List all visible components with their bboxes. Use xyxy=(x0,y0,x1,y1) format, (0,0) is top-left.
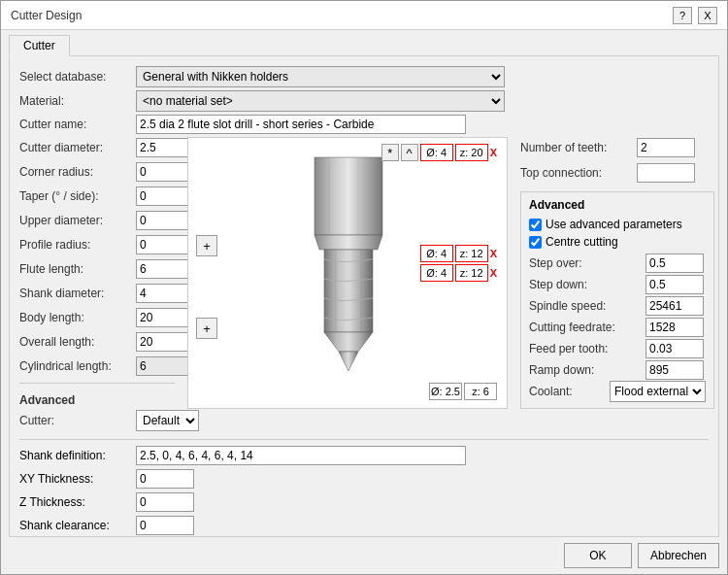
z-thickness-row: Z Thickness: xyxy=(19,492,709,512)
field-overall-length: Overall length: xyxy=(19,331,175,353)
asterisk-btn[interactable]: * xyxy=(381,144,399,161)
title-bar: Cutter Design ? X xyxy=(1,1,727,30)
up-btn[interactable]: ^ xyxy=(401,144,418,161)
num-teeth-input[interactable] xyxy=(637,138,695,157)
step-over-label: Step over: xyxy=(529,256,645,270)
field-profile-radius: Profile radius: xyxy=(19,234,175,255)
mid-dia1-field[interactable]: Ø: 4 xyxy=(420,245,453,262)
mid-x2-btn[interactable]: X xyxy=(490,267,497,279)
cutting-feedrate-label: Cutting feedrate: xyxy=(529,321,645,334)
add-segment-top[interactable]: + xyxy=(196,235,217,256)
centre-cutting-checkbox[interactable] xyxy=(529,236,542,249)
z-thickness-label: Z Thickness: xyxy=(19,495,136,509)
spindle-speed-input[interactable] xyxy=(645,296,704,316)
spindle-speed-row: Spindle speed: xyxy=(529,295,706,317)
cutter-diameter-label: Cutter diameter: xyxy=(19,141,136,154)
ok-button[interactable]: OK xyxy=(564,543,632,568)
z-thickness-input[interactable] xyxy=(136,492,194,512)
add-seg-btn-top: + xyxy=(196,235,217,256)
top-seg-controls: * ^ Ø: 4 z: 20 X xyxy=(381,144,497,161)
tab-cutter[interactable]: Cutter xyxy=(9,35,70,56)
field-corner-radius: Corner radius: xyxy=(19,161,175,183)
top-connection-label: Top connection: xyxy=(520,166,637,180)
coolant-label: Coolant: xyxy=(529,385,610,398)
centre-cutting-row: Centre cutting xyxy=(529,235,706,249)
top-connection-input[interactable] xyxy=(637,163,695,183)
coolant-select[interactable]: Flood external None Flood Mist Air blast xyxy=(610,381,706,402)
top-z-field[interactable]: z: 20 xyxy=(455,144,488,161)
ramp-down-input[interactable] xyxy=(645,360,704,380)
use-advanced-label: Use advanced parameters xyxy=(546,218,682,231)
dialog-title: Cutter Design xyxy=(11,9,82,22)
field-shank-diameter: Shank diameter: xyxy=(19,283,175,304)
num-teeth-label: Number of teeth: xyxy=(520,141,637,154)
mid-z2-field[interactable]: z: 12 xyxy=(455,264,488,282)
close-button[interactable]: X xyxy=(698,7,717,24)
left-panel: Cutter diameter: Corner radius: Taper (°… xyxy=(19,137,175,431)
flute-length-label: Flute length: xyxy=(19,262,136,276)
top-x-btn[interactable]: X xyxy=(490,147,497,158)
bot-seg-controls: Ø: 2.5 z: 6 xyxy=(429,383,497,400)
bottom-section: Shank definition: XY Thickness: Z Thickn… xyxy=(19,439,709,537)
ramp-down-row: Ramp down: xyxy=(529,359,706,381)
add-segment-mid[interactable]: + xyxy=(196,318,217,339)
mid-dia2-field[interactable]: Ø: 4 xyxy=(420,264,453,282)
svg-rect-1 xyxy=(314,157,382,235)
step-down-label: Step down: xyxy=(529,278,645,291)
main-section: Cutter diameter: Corner radius: Taper (°… xyxy=(19,137,709,431)
add-seg-btn-mid: + xyxy=(196,318,217,339)
field-cutter-diameter: Cutter diameter: xyxy=(19,137,175,158)
mid-x1-btn[interactable]: X xyxy=(490,248,497,259)
shank-diameter-label: Shank diameter: xyxy=(19,287,136,300)
cutting-feedrate-input[interactable] xyxy=(645,318,704,337)
step-down-input[interactable] xyxy=(645,275,704,294)
feed-per-tooth-input[interactable] xyxy=(645,339,704,358)
help-button[interactable]: ? xyxy=(673,7,692,24)
center-panel: * ^ Ø: 4 z: 20 X + xyxy=(182,137,513,431)
top-connection-row: Top connection: xyxy=(520,162,714,184)
cutter-canvas: * ^ Ø: 4 z: 20 X + xyxy=(187,137,508,409)
title-bar-buttons: ? X xyxy=(673,7,717,24)
content-area: Select database: General with Nikken hol… xyxy=(9,55,719,537)
step-over-input[interactable] xyxy=(645,254,704,273)
cylindrical-length-label: Cylindrical length: xyxy=(19,359,136,373)
use-advanced-checkbox[interactable] xyxy=(529,219,542,231)
xy-thickness-row: XY Thickness: xyxy=(19,469,709,489)
shank-def-label: Shank definition: xyxy=(19,449,136,462)
db-label: Select database: xyxy=(19,70,136,84)
mid-seg-controls: Ø: 4 z: 12 X Ø: 4 z: 1 xyxy=(420,245,497,282)
num-teeth-row: Number of teeth: xyxy=(520,137,714,158)
profile-radius-label: Profile radius: xyxy=(19,238,136,252)
db-select[interactable]: General with Nikken holders xyxy=(136,66,505,87)
shank-clearance-input[interactable] xyxy=(136,516,194,535)
feed-per-tooth-label: Feed per tooth: xyxy=(529,342,645,355)
field-taper: Taper (° / side): xyxy=(19,186,175,207)
use-advanced-row: Use advanced parameters xyxy=(529,218,706,231)
shank-clearance-label: Shank clearance: xyxy=(19,519,136,532)
mid-z1-field[interactable]: z: 12 xyxy=(455,245,488,262)
advanced-cutter-section: Advanced xyxy=(19,393,175,407)
field-flute-length: Flute length: xyxy=(19,258,175,280)
corner-radius-label: Corner radius: xyxy=(19,165,136,179)
shank-def-input[interactable] xyxy=(136,446,466,465)
cutter-design-dialog: Cutter Design ? X Cutter Select database… xyxy=(0,0,728,575)
xy-thickness-label: XY Thickness: xyxy=(19,472,136,486)
bot-z-field[interactable]: z: 6 xyxy=(464,383,497,400)
coolant-row: Coolant: Flood external None Flood Mist … xyxy=(529,381,706,402)
bot-dia-field[interactable]: Ø: 2.5 xyxy=(429,383,462,400)
xy-thickness-input[interactable] xyxy=(136,469,194,489)
material-select[interactable]: <no material set> xyxy=(136,90,505,112)
upper-diameter-label: Upper diameter: xyxy=(19,214,136,227)
svg-marker-6 xyxy=(314,235,382,250)
step-down-row: Step down: xyxy=(529,274,706,295)
top-dia-field[interactable]: Ø: 4 xyxy=(420,144,453,161)
cutter-name-row: Cutter name: xyxy=(19,115,709,134)
field-upper-diameter: Upper diameter: xyxy=(19,210,175,231)
cutter-name-input[interactable] xyxy=(136,115,466,134)
footer-buttons: OK Abbrechen xyxy=(1,537,727,574)
advanced-group-title: Advanced xyxy=(529,198,706,212)
db-row: Select database: General with Nikken hol… xyxy=(19,66,709,87)
cancel-button[interactable]: Abbrechen xyxy=(638,543,719,568)
spindle-speed-label: Spindle speed: xyxy=(529,299,645,313)
overall-length-label: Overall length: xyxy=(19,335,136,349)
